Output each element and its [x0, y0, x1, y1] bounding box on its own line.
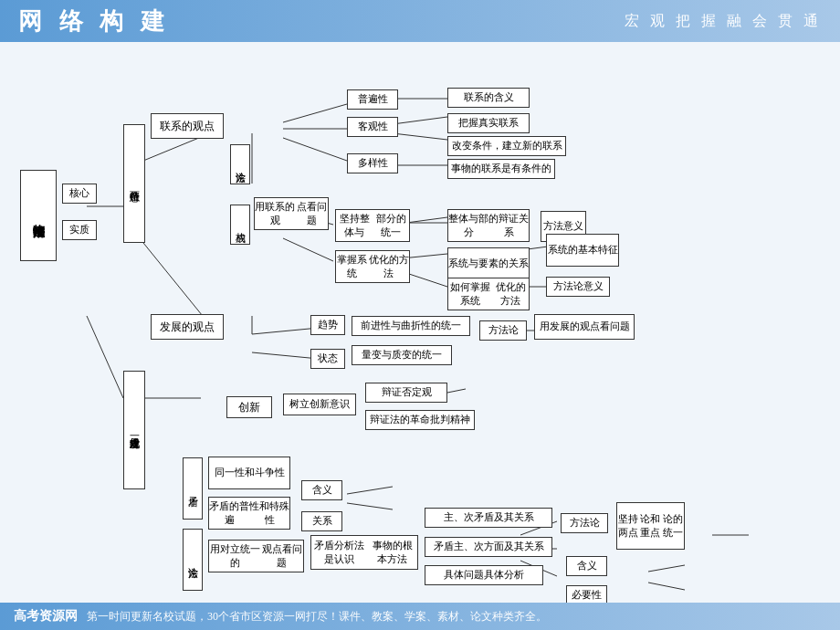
node-duoyangxing: 多样性	[347, 153, 398, 173]
node-zhucifend: 主、次矛盾及其关系	[425, 508, 552, 528]
node-fangfalun-mao2: 方法论	[561, 513, 608, 533]
node-biyaoxing: 必要性	[566, 585, 607, 603]
node-maodun: 矛盾	[183, 457, 203, 520]
svg-line-6	[283, 104, 347, 122]
node-xitong-yaosu: 系统与要素的关系	[447, 247, 530, 280]
node-zhizhi: 实质	[62, 220, 97, 240]
node-qianjinxing: 前进性与曲折性的统一	[352, 316, 470, 336]
node-maodun-zhucifang: 矛盾主、次方面及其关系	[425, 537, 552, 557]
main-content: 唯物辩证法 核心 实质 两个总特征 矛盾对立统一规律 联系的观点 发展的观点 创…	[0, 42, 840, 603]
footer-site-name: 高考资源网	[14, 608, 78, 625]
mindmap: 唯物辩证法 核心 实质 两个总特征 矛盾对立统一规律 联系的观点 发展的观点 创…	[0, 42, 840, 603]
node-hanyi-juti: 含义	[566, 556, 607, 576]
node-wenwu: 唯物辩证法	[20, 170, 57, 261]
svg-line-43	[648, 565, 685, 572]
node-keguanxing: 客观性	[347, 117, 398, 137]
node-ruhe-zhangwo: 如何掌握系统优化的方法	[447, 278, 530, 310]
node-fangfalun-yi2: 方法论意义	[546, 277, 610, 297]
node-hanyi-mao: 含义	[301, 480, 342, 500]
node-goucheng: 构成	[230, 205, 250, 245]
node-liangzhi: 量变与质变的统一	[352, 345, 452, 365]
svg-line-11	[393, 133, 447, 140]
node-lianxi: 联系的观点	[151, 113, 224, 139]
node-zhangwo-xitong: 掌握系统优化的方法	[335, 250, 410, 283]
page-subtitle: 宏 观 把 握 融 会 贯 通	[625, 12, 822, 31]
svg-line-14	[283, 238, 333, 261]
node-jianchi-liangdian: 坚持两点论和重点论的统一	[616, 502, 685, 550]
node-bianzhen-geming: 辩证法的革命批判精神	[365, 410, 475, 430]
footer-site-desc: 第一时间更新名校试题，30个省市区资源一网打尽！课件、教案、学案、素材、论文种类…	[87, 609, 547, 625]
node-maodun-fenxi: 矛盾分析法是认识事物的根本方法	[310, 535, 418, 570]
node-yong-lianxi: 用联系的观点看问题	[254, 197, 329, 230]
page-title: 网 络 构 建	[18, 5, 170, 37]
node-tongyi-douzheng: 同一性和斗争性	[208, 457, 290, 489]
svg-line-8	[283, 138, 347, 161]
node-yong-fazhan: 用发展的观点看问题	[534, 314, 635, 340]
node-bazhen: 把握真实联系	[447, 113, 530, 133]
node-maodun-pubian: 矛盾的普遍性和特殊性	[208, 497, 290, 530]
footer: 高考资源网 第一时间更新名校试题，30个省市区资源一网打尽！课件、教案、学案、素…	[0, 603, 840, 630]
node-zhuangtai: 状态	[310, 349, 345, 369]
node-qushi: 趋势	[310, 315, 345, 335]
node-gaibian: 改变条件，建立新的联系	[447, 136, 566, 156]
node-shuli-chuangxin: 树立创新意识	[283, 394, 356, 415]
svg-line-34	[347, 487, 393, 494]
svg-line-35	[347, 503, 393, 509]
node-shiwu-lianxi: 事物的联系是有条件的	[447, 159, 555, 179]
node-fangfalun-fazhan: 方法论	[479, 320, 527, 341]
node-yong-duili: 用对立统一的观点看问题	[208, 540, 304, 572]
svg-line-10	[393, 117, 447, 124]
node-fangfalun-lianxi: 方法论	[230, 144, 250, 184]
svg-line-1	[87, 316, 123, 398]
node-juti-wenti: 具体问题具体分析	[425, 565, 543, 585]
node-bianzhen-fouding: 辩证否定观	[365, 383, 447, 403]
header: 网 络 构 建 宏 观 把 握 融 会 贯 通	[0, 0, 840, 42]
node-fazhan: 发展的观点	[151, 314, 224, 340]
node-guanxi-mao: 关系	[301, 511, 342, 531]
svg-line-3	[143, 243, 210, 325]
svg-line-44	[648, 583, 685, 590]
node-zhengti-bufen: 坚持整体与部分的统一	[335, 209, 410, 242]
node-lianxi-hanyi: 联系的含义	[447, 88, 530, 108]
node-putongxing: 普遍性	[347, 89, 398, 110]
node-zhengti-bianzhen: 整体与部分的辩证关系	[447, 209, 530, 242]
node-chuangxin: 创新	[226, 396, 272, 418]
node-hexin: 核心	[62, 184, 97, 204]
node-xitong-jiben: 系统的基本特征	[546, 234, 619, 267]
node-fangfalun-mao: 方法论	[183, 529, 203, 591]
node-maodun-tegong: 矛盾对立统一规律	[123, 371, 145, 489]
node-liangge: 两个总特征	[123, 124, 145, 243]
